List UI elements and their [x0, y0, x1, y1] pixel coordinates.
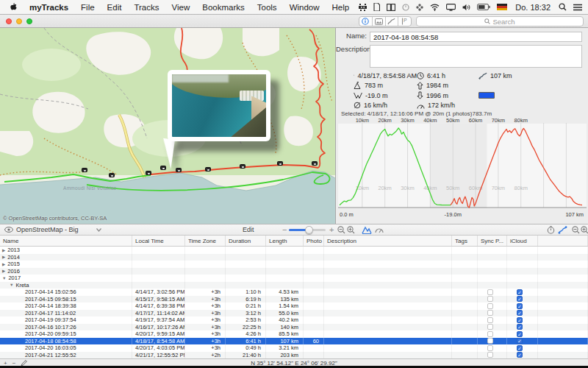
eye-icon[interactable] — [4, 227, 13, 233]
col-description[interactable]: Description — [324, 236, 452, 246]
menu-edit[interactable]: Edit — [107, 3, 122, 12]
book-icon[interactable] — [387, 4, 395, 11]
map-zoom-out-button[interactable] — [337, 224, 345, 235]
group-row-2013[interactable]: ▶2013 — [0, 247, 132, 254]
track-name-cell[interactable]: 2017-04-20 16:03:05 — [0, 344, 132, 352]
table-row[interactable]: 2017-04-17 11:14:024/17/17, 11:14:02 AM+… — [0, 310, 588, 317]
col-sync[interactable]: Sync P... — [478, 236, 507, 246]
track-name-cell[interactable]: 2017-04-16 10:17:26 — [0, 324, 132, 331]
photo-marker[interactable] — [82, 168, 87, 172]
spotlight-search-icon[interactable] — [559, 3, 567, 11]
table-row[interactable]: ▶2013 — [0, 247, 588, 254]
icloud-checkbox[interactable]: ✓ — [517, 296, 523, 302]
window-close-button[interactable] — [6, 18, 12, 24]
table-row[interactable]: 2017-04-19 09:37:544/19/17, 9:37:54 AM+3… — [0, 316, 588, 324]
table-row[interactable]: 2017-04-21 12:55:524/21/17, 12:55:52 PM+… — [0, 352, 588, 359]
map-zoom-in-button[interactable] — [347, 224, 355, 235]
sync-checkbox[interactable] — [487, 317, 493, 323]
photo-marker[interactable] — [205, 167, 211, 171]
volume-icon[interactable] — [462, 4, 470, 11]
sync-checkbox[interactable] — [487, 303, 493, 309]
zoom-slider-minus[interactable]: − — [282, 224, 287, 235]
table-row[interactable]: ▶2014 — [0, 254, 588, 261]
track-name-field[interactable]: 2017-04-18 08:54:58 — [370, 32, 582, 42]
track-name-cell[interactable]: 2017-04-20 09:59:15 — [0, 330, 132, 338]
col-length[interactable]: Length — [266, 236, 304, 246]
profile-elevation-button[interactable] — [362, 224, 372, 235]
disclosure-triangle[interactable]: ▶ — [2, 255, 5, 259]
notification-center-icon[interactable] — [573, 4, 582, 11]
map-zoom-slider[interactable] — [289, 224, 326, 235]
sync-checkbox[interactable] — [487, 289, 493, 295]
zoom-slider-plus[interactable]: + — [329, 224, 334, 235]
document-icon[interactable] — [373, 3, 380, 11]
chart-zoom-in-button[interactable] — [581, 224, 588, 235]
icloud-checkbox[interactable]: ✓ — [517, 289, 523, 295]
photo-marker[interactable] — [109, 173, 115, 177]
sync-checkbox[interactable] — [487, 331, 493, 337]
table-row[interactable]: 2017-04-14 18:39:384/14/17, 6:39:38 PM+3… — [0, 302, 588, 310]
window-minimize-button[interactable] — [16, 18, 22, 24]
elevation-profile-chart[interactable]: 10km10km20km20km30km30km40km40km50km50km… — [338, 116, 587, 222]
segment-waypoint-button[interactable]: P — [398, 17, 411, 26]
app-invader-icon[interactable] — [359, 4, 367, 11]
track-name-cell[interactable]: 2017-04-14 18:39:38 — [0, 302, 132, 310]
chart-zoom-out-button[interactable] — [572, 224, 580, 235]
table-row[interactable]: 2017-04-14 15:02:564/14/17, 3:02:56 PM+3… — [0, 289, 588, 296]
table-row[interactable]: 2017-04-20 09:59:154/20/17, 9:59:15 AM+3… — [0, 330, 588, 338]
disclosure-triangle[interactable]: ▼ — [10, 283, 13, 287]
menu-tracks[interactable]: Tracks — [134, 3, 159, 12]
photo-marker[interactable] — [312, 161, 318, 166]
profile-time-axis-button[interactable] — [547, 224, 555, 235]
segment-photos-button[interactable] — [373, 17, 386, 26]
table-row[interactable]: 2017-04-16 10:17:264/16/17, 10:17:26 AM+… — [0, 324, 588, 331]
disclosure-triangle[interactable]: ▶ — [2, 269, 5, 273]
sync-checkbox[interactable] — [487, 324, 493, 330]
icloud-checkbox[interactable]: ✓ — [517, 310, 523, 316]
fan-icon[interactable] — [416, 4, 423, 11]
track-description-field[interactable] — [370, 45, 582, 68]
track-name-cell[interactable]: 2017-04-21 12:55:52 — [0, 352, 132, 359]
table-row[interactable]: ▼Kreta — [0, 282, 588, 289]
map-view[interactable]: Ammoudi Nisi Volakias © OpenStreetMap co… — [0, 28, 335, 224]
table-row[interactable]: ▼2017 — [0, 275, 588, 282]
track-color-swatch[interactable] — [478, 92, 495, 99]
group-row-2015[interactable]: ▶2015 — [0, 261, 132, 268]
photo-marker[interactable] — [146, 171, 151, 175]
photo-marker[interactable] — [240, 164, 245, 169]
photo-marker[interactable] — [176, 168, 182, 172]
slider-knob[interactable] — [305, 226, 313, 234]
edit-mode-label[interactable]: Edit — [243, 224, 254, 235]
col-time-zone[interactable]: Time Zone — [185, 236, 226, 246]
menubar-clock[interactable]: Do. 18:32 — [514, 3, 552, 12]
search-input[interactable]: Search — [416, 16, 584, 26]
profile-distance-axis-button[interactable] — [558, 224, 567, 235]
group-row-Kreta[interactable]: ▼Kreta — [0, 282, 132, 289]
apple-menu-icon[interactable] — [9, 2, 17, 12]
icloud-checkbox[interactable]: ✓ — [517, 303, 523, 309]
german-flag-icon[interactable] — [497, 4, 507, 10]
photo-popup[interactable] — [168, 70, 270, 141]
col-name[interactable]: Name — [0, 236, 132, 246]
window-zoom-button[interactable] — [26, 18, 32, 24]
segment-track-button[interactable] — [386, 17, 399, 26]
menu-file[interactable]: File — [81, 3, 95, 12]
icloud-checkbox[interactable]: ✓ — [517, 317, 523, 323]
table-row[interactable]: 2017-04-20 16:03:054/20/17, 4:03:05 PM+3… — [0, 344, 588, 352]
track-name-cell[interactable]: 2017-04-19 09:37:54 — [0, 316, 132, 324]
disclosure-triangle[interactable]: ▶ — [2, 262, 5, 266]
table-row[interactable]: 2017-04-18 08:54:584/18/17, 8:54:58 AM+3… — [0, 338, 588, 345]
group-row-2016[interactable]: ▶2016 — [0, 268, 132, 275]
track-name-cell[interactable]: 2017-04-17 11:14:02 — [0, 310, 132, 317]
photo-marker[interactable] — [277, 161, 283, 166]
segment-info-button[interactable] — [359, 17, 373, 26]
layer-chevron-icon[interactable] — [96, 224, 101, 235]
icloud-checkbox[interactable]: ✓ — [517, 338, 523, 344]
group-row-2017[interactable]: ▼2017 — [0, 275, 132, 282]
col-local-time[interactable]: Local Time — [132, 236, 185, 246]
col-tags[interactable]: Tags — [452, 236, 478, 246]
battery-icon[interactable] — [477, 4, 490, 10]
icloud-checkbox[interactable]: ✓ — [517, 345, 523, 351]
table-row[interactable]: ▶2016 — [0, 268, 588, 275]
track-name-cell[interactable]: 2017-04-15 09:58:15 — [0, 296, 132, 303]
